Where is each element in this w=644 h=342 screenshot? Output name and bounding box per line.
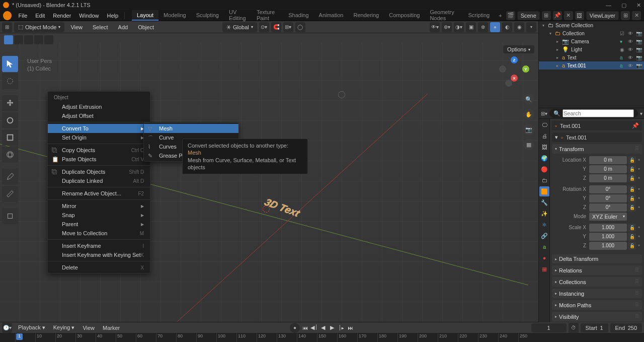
jump-end-button[interactable]: ⏭ [346, 324, 354, 332]
props-tab-modifiers[interactable]: 🔧 [539, 197, 549, 208]
timeline-playback[interactable]: Playback ▾ [16, 324, 47, 331]
camera-view-button[interactable]: 📷 [523, 124, 534, 135]
scene-new-button[interactable]: ⊞ [542, 11, 551, 20]
tool-rotate[interactable] [2, 112, 18, 128]
rotation-y-field[interactable]: 0° [589, 194, 627, 202]
menu-insert-keyframe[interactable]: Insert KeyframeI [48, 241, 150, 250]
scale-z-field[interactable]: 1.000 [589, 242, 627, 250]
play-button[interactable]: ▶ [328, 324, 336, 332]
scene-browse-button[interactable]: 🎬 [506, 11, 515, 20]
section-motion-paths[interactable]: ▸Motion Paths⠿ [552, 300, 642, 310]
menu-edit[interactable]: Edit [31, 10, 49, 21]
props-tab-texture[interactable]: ▦ [539, 264, 549, 274]
props-tab-physics[interactable]: ⚛ [539, 220, 549, 230]
snap-button[interactable]: 🧲 [271, 22, 281, 32]
tool-move[interactable] [2, 95, 18, 111]
submenu-mesh[interactable]: ▽Mesh [144, 124, 238, 133]
play-reverse-button[interactable]: ◀ [319, 324, 327, 332]
axis-gizmo[interactable]: Z Y X [499, 56, 529, 87]
render-icon[interactable]: 📷 [636, 31, 642, 36]
scale-x-field[interactable]: 1.000 [589, 224, 627, 232]
menu-snap[interactable]: Snap▶ [48, 211, 150, 220]
current-frame-field[interactable]: 1 [531, 323, 567, 332]
tool-select-box[interactable] [2, 56, 18, 72]
props-tab-particles[interactable]: ✨ [539, 209, 549, 219]
timeline-ruler[interactable]: 1 11020304050607080901001101201301401501… [0, 333, 644, 342]
viewport-menu-object[interactable]: Object [134, 21, 158, 33]
tool-scale[interactable] [2, 129, 18, 146]
tool-transform[interactable] [2, 147, 18, 163]
viewlayer-selector[interactable]: ViewLayer [586, 11, 619, 20]
props-display-button[interactable]: ⊞▾ [541, 108, 547, 118]
section-transform[interactable]: ▾Transform⠿ [552, 144, 642, 154]
tool-add-cube[interactable] [2, 208, 18, 224]
perspective-toggle-button[interactable]: ▦ [523, 139, 534, 150]
menu-mirror[interactable]: Mirror▶ [48, 201, 150, 211]
props-tab-data[interactable]: a [539, 242, 549, 252]
xray-button[interactable]: ▣ [466, 22, 476, 32]
pan-button[interactable]: ✋ [523, 109, 534, 120]
tab-rendering[interactable]: Rendering [348, 10, 384, 21]
props-tab-output[interactable]: 🖨 [539, 131, 549, 141]
props-tab-world[interactable]: 🔴 [539, 164, 549, 174]
menu-paste-objects[interactable]: 📋Paste ObjectsCtrl V [48, 155, 150, 164]
render-icon[interactable]: 📷 [636, 55, 642, 60]
menu-help[interactable]: Help [103, 10, 122, 21]
outliner-light[interactable]: ▸💡 Light ◉👁📷 [539, 45, 644, 53]
proportional-edit-button[interactable]: ◯ [295, 22, 305, 32]
axis-z-icon[interactable]: Z [511, 56, 518, 63]
props-tab-constraints[interactable]: 🔗 [539, 231, 549, 241]
pivot-button[interactable]: ⊙▾ [259, 22, 269, 32]
viewlayer-delete-button[interactable]: ✕ [632, 11, 641, 20]
menu-insert-keyframe-keyingset[interactable]: Insert Keyframe with Keying SetK [48, 250, 150, 259]
menu-render[interactable]: Render [49, 10, 75, 21]
tab-layout[interactable]: Layout [132, 10, 158, 21]
tab-geometry-nodes[interactable]: Geometry Nodes [425, 10, 463, 21]
scene-selector[interactable]: Scene [517, 11, 540, 20]
shading-solid-button[interactable]: ● [490, 22, 500, 32]
scale-y-field[interactable]: 1.000 [589, 233, 627, 241]
breadcrumb[interactable]: ▫ Text.001 📌 [552, 121, 642, 130]
add-workspace-button[interactable]: + [495, 10, 506, 21]
eye-icon[interactable]: 👁 [628, 55, 634, 60]
tab-animation[interactable]: Animation [314, 10, 349, 21]
exclude-checkbox[interactable]: ☑ [620, 31, 626, 36]
menu-file[interactable]: File [15, 10, 32, 21]
section-instancing[interactable]: ▸Instancing⠿ [552, 289, 642, 298]
eye-icon[interactable]: 👁 [628, 63, 634, 69]
render-icon[interactable]: 📷 [636, 63, 642, 69]
rotation-z-field[interactable]: 0° [589, 203, 627, 212]
timeline-keying[interactable]: Keying ▾ [51, 324, 77, 331]
section-collections[interactable]: ▸Collections⠿ [552, 277, 642, 287]
tool-annotate[interactable] [2, 169, 18, 185]
tab-compositing[interactable]: Compositing [384, 10, 425, 21]
section-relations[interactable]: ▸Relations⠿ [552, 265, 642, 275]
close-button[interactable]: ✕ [636, 2, 641, 9]
mode-selector[interactable]: ⬚Object Mode▾ [14, 22, 64, 32]
gizmo-button[interactable]: ⊕▾ [442, 22, 452, 32]
light-gizmo-icon[interactable] [338, 91, 345, 98]
menu-parent[interactable]: Parent▶ [48, 220, 150, 229]
timeline-view[interactable]: View [80, 325, 97, 331]
snap-type-button[interactable]: ⊞▾ [283, 22, 293, 32]
axis-x-icon[interactable]: X [511, 75, 518, 82]
viewport-menu-select[interactable]: Select [89, 21, 112, 33]
zoom-button[interactable]: 🔍 [523, 94, 534, 105]
preview-range-button[interactable]: ⏱ [569, 323, 579, 333]
transform-orientation[interactable]: ⚹Global▾ [222, 22, 257, 32]
rotation-mode-field[interactable]: XYZ Euler▾ [589, 213, 627, 221]
tab-uv-editing[interactable]: UV Editing [224, 10, 252, 21]
menu-adjust-extrusion[interactable]: Adjust Extrusion [48, 102, 150, 111]
viewlayer-new-button[interactable]: ⊞ [621, 11, 630, 20]
location-z-field[interactable]: 0 m [589, 174, 627, 182]
props-tab-render[interactable]: 🖵 [539, 120, 549, 130]
tab-modeling[interactable]: Modeling [158, 10, 191, 21]
minimize-button[interactable]: — [606, 2, 611, 9]
3d-viewport[interactable]: 3D Text User Pers (1) Collec [0, 43, 538, 322]
props-tab-scene[interactable]: 🌍 [539, 153, 549, 163]
render-icon[interactable]: 📷 [636, 47, 642, 52]
menu-delete[interactable]: DeleteX [48, 263, 150, 272]
menu-duplicate-objects[interactable]: ⿻Duplicate ObjectsShift D [48, 167, 150, 176]
timeline-editor-type[interactable]: 🕐▾ [2, 323, 12, 333]
outliner-text001[interactable]: ▸a Text.001 a👁📷 [539, 61, 644, 70]
